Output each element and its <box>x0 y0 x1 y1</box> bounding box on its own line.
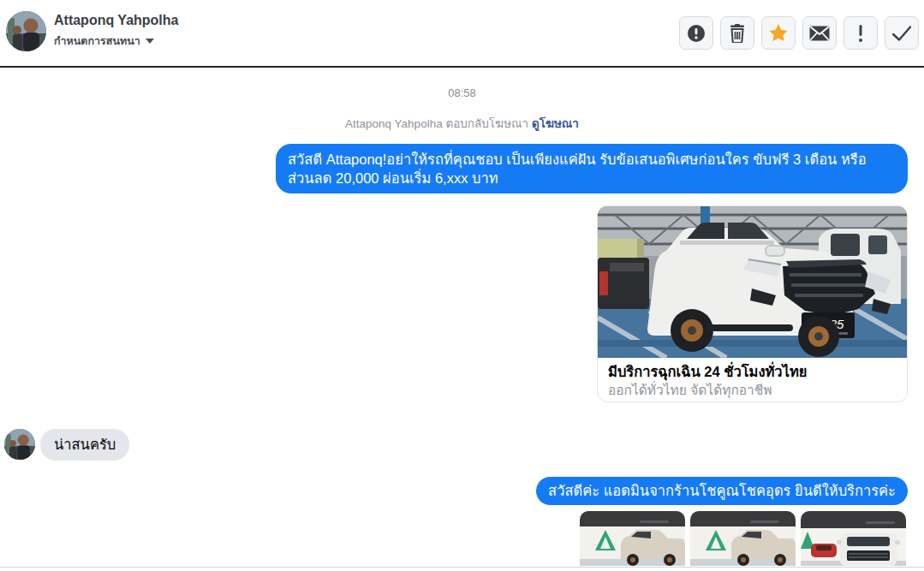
outgoing-greeting-bubble: สวัสดีค่ะ แอดมินจากร้านโชคูณโชคอุดร ยินด… <box>536 477 908 505</box>
truck-photo-thumbnail <box>580 511 685 566</box>
ad-card-title: มีบริการฉุกเฉิน 24 ชั่วโมงทั่วไทย <box>608 363 897 381</box>
view-ad-link[interactable]: ดูโฆษณา <box>532 117 579 130</box>
chevron-down-icon <box>146 39 154 44</box>
check-icon <box>891 25 912 42</box>
ad-card-info: มีบริการฉุกเฉิน 24 ชั่วโมงทั่วไทย ออกได้… <box>598 358 907 399</box>
truck-photo-thumbnail <box>690 511 796 566</box>
contact-name: Attaponq Yahpolha <box>54 13 178 28</box>
attachment-thumbnail-row <box>580 511 906 566</box>
conversation-header: Attaponq Yahpolha กำหนดการสนทนา <box>0 0 924 66</box>
customer-avatar <box>4 429 35 460</box>
ad-card-truck-photo: O085 <box>598 206 907 358</box>
exclamation-icon <box>857 24 864 43</box>
header-action-bar <box>679 16 919 50</box>
conversation-label-dropdown[interactable]: กำหนดการสนทนา <box>54 33 154 50</box>
incoming-message-bubble: น่าสนครับ <box>40 429 129 461</box>
ad-reply-note-text: Attaponq Yahpolha ตอบกลับโฆษณา <box>345 117 528 130</box>
star-button[interactable] <box>761 16 796 50</box>
conversation-label: กำหนดการสนทนา <box>54 33 140 50</box>
composer-top-divider <box>0 567 924 568</box>
contact-avatar <box>6 11 46 51</box>
chat-window: Attaponq Yahpolha กำหนดการสนทนา <box>0 0 924 571</box>
mark-important-button[interactable] <box>844 16 878 50</box>
attachment-thumbnail-1[interactable] <box>580 511 685 566</box>
delete-button[interactable] <box>720 16 754 50</box>
message-timestamp: 08:58 <box>0 86 924 99</box>
mark-unread-button[interactable] <box>802 16 837 50</box>
ad-card-subtitle: ออกได้ทั่วไทย จัดได้ทุกอาชีพ <box>608 381 897 399</box>
avatar-photo-placeholder <box>6 11 46 51</box>
outgoing-ad-message-bubble: สวัสดี Attaponq!อย่าให้รถที่คุณชอบ เป็นเ… <box>276 144 908 193</box>
trash-icon <box>729 24 746 43</box>
attachment-thumbnail-3[interactable] <box>801 511 906 566</box>
mark-done-button[interactable] <box>885 16 919 50</box>
ad-card-attachment[interactable]: O085 มีบริการฉุกเฉิน 24 ชั่วโมงทั่วไทย อ… <box>597 205 908 402</box>
attachment-thumbnail-2[interactable] <box>690 511 796 566</box>
exclamation-circle-icon <box>687 24 706 43</box>
header-divider <box>0 66 924 68</box>
report-spam-button[interactable] <box>679 16 713 50</box>
star-icon <box>768 23 789 43</box>
avatar-photo-placeholder <box>4 429 35 460</box>
ad-reply-note: Attaponq Yahpolha ตอบกลับโฆษณา ดูโฆษณา <box>0 114 924 133</box>
envelope-icon <box>809 26 830 41</box>
truck-photo-thumbnail <box>801 511 906 566</box>
